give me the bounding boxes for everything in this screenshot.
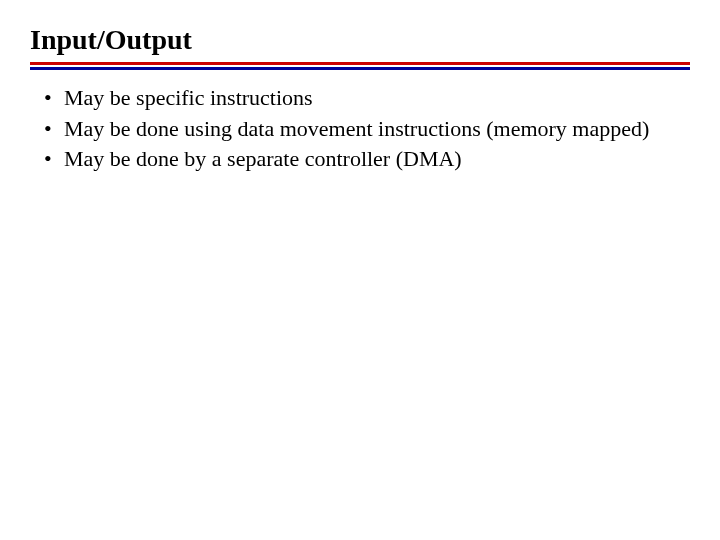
list-item: May be specific instructions bbox=[36, 84, 690, 113]
list-item: May be done using data movement instruct… bbox=[36, 115, 690, 144]
list-item: May be done by a separate controller (DM… bbox=[36, 145, 690, 174]
bullet-list: May be specific instructions May be done… bbox=[36, 84, 690, 174]
title-divider bbox=[30, 62, 690, 70]
slide-title: Input/Output bbox=[30, 24, 690, 60]
slide-content: May be specific instructions May be done… bbox=[30, 70, 690, 174]
